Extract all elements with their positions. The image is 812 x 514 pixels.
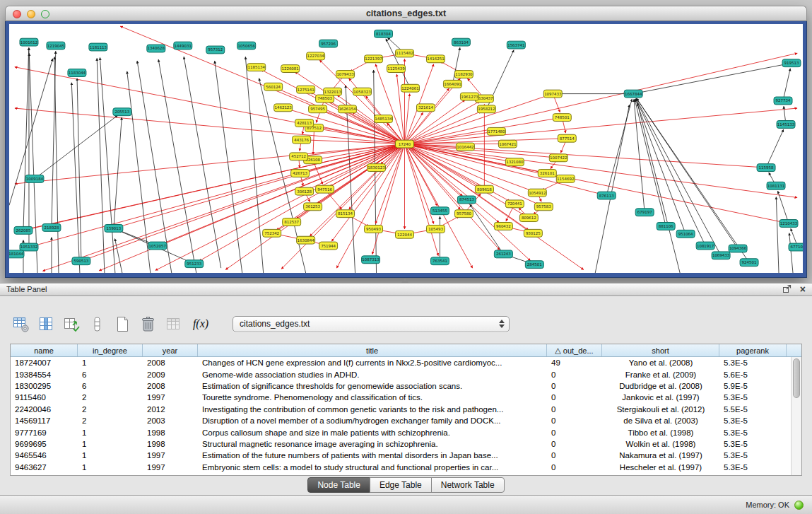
graph-node[interactable]: 306128 <box>295 187 314 195</box>
scrollbar-thumb[interactable] <box>793 358 800 398</box>
graph-node[interactable]: 1051332 <box>20 243 38 251</box>
graph-node[interactable]: 1958212 <box>477 105 495 113</box>
graph-node[interactable]: 815134 <box>336 210 355 218</box>
graph-node[interactable]: 1145133 <box>777 121 795 129</box>
graph-node[interactable]: 752342 <box>263 229 281 237</box>
table-row[interactable]: 911546021997Tourette syndrome. Phenomeno… <box>11 392 791 403</box>
column-header-short[interactable]: short <box>602 344 719 356</box>
edit-table-button[interactable] <box>62 315 81 334</box>
graph-node[interactable]: 1275141 <box>297 86 315 93</box>
column-header-in_degree[interactable]: in_degree <box>78 344 143 356</box>
show-columns-button[interactable] <box>37 315 56 334</box>
graph-node[interactable]: 874513 <box>457 196 476 204</box>
graph-node[interactable]: 951064 <box>676 230 695 238</box>
graph-node[interactable]: 1961273 <box>460 93 478 100</box>
graph-node[interactable]: 748503 <box>316 95 334 103</box>
table-row[interactable]: 2242004622012Investigating the contribut… <box>11 404 791 415</box>
network-canvas[interactable]: 1724016304371182930141625111154821221397… <box>9 24 803 273</box>
column-header-name[interactable]: name <box>11 344 78 356</box>
graph-node[interactable]: 927734 <box>774 97 792 105</box>
graph-node[interactable]: 748501 <box>553 114 571 122</box>
graph-node[interactable]: 1054912 <box>528 189 546 197</box>
table-row[interactable]: 1938455462009Genome-wide association stu… <box>11 368 791 380</box>
minimize-window-button[interactable] <box>27 10 35 18</box>
graph-node[interactable]: 1321080 <box>505 158 524 166</box>
graph-node[interactable]: 1183044 <box>68 69 86 77</box>
graph-node[interactable]: 1667844 <box>624 90 642 98</box>
graph-node[interactable]: 1771480 <box>487 127 505 135</box>
graph-node[interactable]: 1182930 <box>454 71 473 78</box>
table-row[interactable]: 969969511998Structural magnetic resonanc… <box>11 438 791 450</box>
graph-node[interactable]: 428113 <box>295 119 314 127</box>
graph-node[interactable]: 262085 <box>14 226 33 234</box>
graph-node[interactable]: 326101 <box>538 170 556 177</box>
graph-node[interactable]: 1485134 <box>375 115 393 123</box>
graph-node[interactable]: 679197 <box>635 209 654 216</box>
table-row[interactable]: 946554611997Estimation of the future num… <box>11 450 791 461</box>
graph-node[interactable]: 321614 <box>416 104 435 112</box>
graph-node[interactable]: 1125439 <box>387 65 406 73</box>
delete-table-button[interactable] <box>139 315 158 334</box>
graph-node[interactable]: 809618 <box>475 185 493 193</box>
graph-node[interactable]: 677108 <box>789 243 803 251</box>
tab-edge-table[interactable]: Edge Table <box>370 477 432 493</box>
graph-node[interactable]: 1462123 <box>274 104 293 112</box>
table-row[interactable]: 946362711997Embryonic stem cells: a mode… <box>11 462 791 473</box>
graph-node[interactable]: 1081917 <box>696 242 714 250</box>
graph-node[interactable]: 1016442 <box>456 143 474 151</box>
tab-node-table[interactable]: Node Table <box>307 477 370 493</box>
graph-node[interactable]: 443176 <box>293 136 311 144</box>
graph-node[interactable]: 1626154 <box>339 105 357 113</box>
graph-node[interactable]: 1007422 <box>549 154 567 162</box>
graph-node[interactable]: 1340628 <box>147 45 165 52</box>
graph-node[interactable]: 957495 <box>309 105 327 113</box>
graph-node[interactable]: 205513 <box>113 108 131 116</box>
float-panel-icon[interactable] <box>782 284 792 295</box>
column-pill-button[interactable] <box>88 315 107 334</box>
graph-node[interactable]: 261243 <box>494 250 512 258</box>
graph-node[interactable]: 720441 <box>505 200 524 208</box>
graph-node[interactable]: 1081131 <box>767 182 785 189</box>
graph-node[interactable]: 218928 <box>42 223 61 231</box>
close-window-button[interactable] <box>13 10 21 18</box>
graph-node[interactable]: 1009184 <box>25 175 44 182</box>
graph-node[interactable]: 1058323 <box>353 88 372 95</box>
graph-node[interactable]: 1563741 <box>507 41 525 49</box>
graph-node[interactable]: 1094366 <box>729 245 747 252</box>
graph-node[interactable]: 1449031 <box>174 42 192 49</box>
import-table-button-disabled[interactable] <box>164 315 183 334</box>
graph-node[interactable]: 751944 <box>319 242 338 250</box>
graph-node[interactable]: 1630844 <box>297 236 315 244</box>
graph-node[interactable]: 1069433 <box>712 252 730 259</box>
graph-node[interactable]: 426713 <box>291 170 310 177</box>
table-select-dropdown[interactable]: citations_edges.txt <box>233 316 510 332</box>
graph-node[interactable]: 877514 <box>558 134 576 142</box>
zoom-window-button[interactable] <box>41 10 49 18</box>
graph-node[interactable]: 452712 <box>290 153 308 160</box>
graph-node[interactable]: 159013 <box>105 224 123 232</box>
graph-node[interactable]: 105493 <box>426 225 445 233</box>
graph-node[interactable]: 960432 <box>494 223 512 230</box>
graph-node[interactable]: 1221397 <box>365 55 383 63</box>
graph-node[interactable]: 361253 <box>304 203 322 211</box>
graph-node[interactable]: 1115482 <box>396 49 414 57</box>
graph-node[interactable]: 924501 <box>740 259 758 267</box>
table-row[interactable]: 1456911722003Disruption of a novel membe… <box>11 415 791 426</box>
table-row[interactable]: 1872400712008Changes of HCN gene express… <box>11 357 791 368</box>
graph-node[interactable]: 513455 <box>430 207 449 215</box>
graph-node[interactable]: 1664091 <box>443 80 461 88</box>
graph-node[interactable]: 863104 <box>452 38 470 46</box>
graph-node[interactable]: 947516 <box>316 185 334 193</box>
graph-node[interactable]: 950493 <box>365 225 383 233</box>
graph-node[interactable]: 1185134 <box>247 64 266 71</box>
graph-node[interactable]: 1226081 <box>281 65 300 73</box>
graph-node[interactable]: 1052057 <box>148 242 167 250</box>
graph-node[interactable]: 284501 <box>525 261 543 269</box>
graph-node[interactable]: 1219045 <box>47 42 65 49</box>
graph-node[interactable]: 876113 <box>597 192 616 199</box>
graph-node[interactable]: 1181044 <box>9 250 24 258</box>
column-header-title[interactable]: title <box>198 344 547 356</box>
graph-node[interactable]: 122044 <box>396 230 414 238</box>
column-header-out_degree[interactable]: △out_de... <box>547 344 602 356</box>
graph-node[interactable]: 957583 <box>534 203 553 211</box>
